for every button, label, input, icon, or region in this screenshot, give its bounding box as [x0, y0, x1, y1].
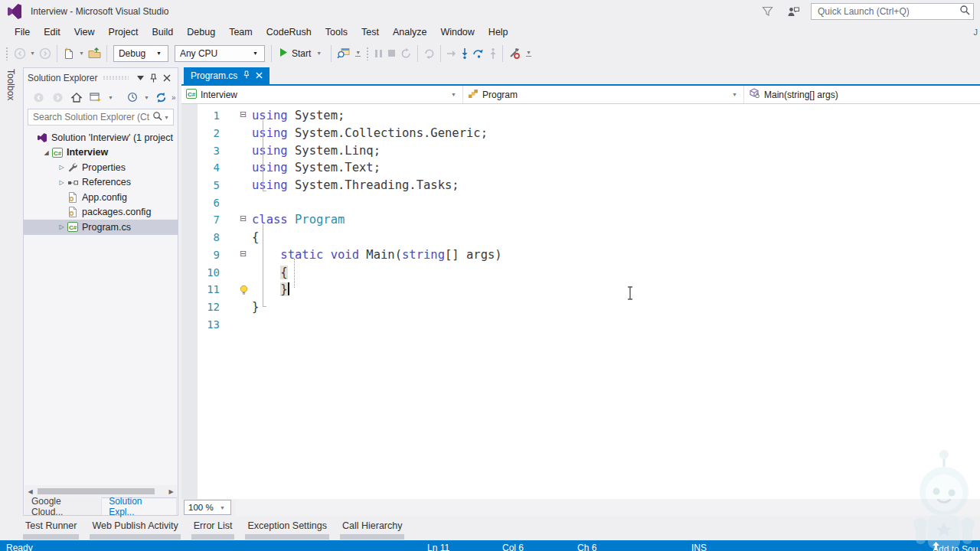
sync-icon[interactable] — [152, 88, 170, 106]
menu-item-tools[interactable]: Tools — [318, 24, 354, 41]
panel-tab-exception-settings[interactable]: Exception Settings — [245, 520, 329, 540]
horizontal-scrollbar[interactable] — [236, 499, 980, 516]
menu-item-window[interactable]: Window — [433, 24, 481, 41]
code-line-3[interactable]: 3using System.Linq; — [181, 142, 980, 159]
menu-item-project[interactable]: Project — [102, 24, 145, 41]
panel-tab-error-list[interactable]: Error List — [191, 520, 235, 540]
solution-explorer-search-input[interactable] — [33, 112, 152, 122]
toolbar-options-icon[interactable]: ▼ — [354, 50, 362, 57]
expander-icon[interactable]: ▷ — [56, 179, 67, 186]
configuration-dropdown[interactable]: Debug ▼ — [113, 45, 168, 62]
menu-item-build[interactable]: Build — [145, 24, 180, 41]
search-icon[interactable] — [152, 110, 162, 124]
tree-item-packages-config[interactable]: packages.config — [24, 205, 178, 220]
chevron-down-icon[interactable]: ▼ — [108, 95, 113, 100]
panel-tab-web-publish-activity[interactable]: Web Publish Activity — [90, 520, 180, 540]
nav-member-dropdown[interactable]: Main(string[] args) — [744, 86, 980, 103]
status-character[interactable]: Ch 6 — [577, 542, 596, 551]
tree-item-references[interactable]: ▷References — [24, 175, 178, 191]
menu-item-help[interactable]: Help — [482, 24, 515, 41]
tree-item-program-cs[interactable]: ▷C#Program.cs — [24, 220, 178, 235]
toolbar-options-icon[interactable]: ▼ — [524, 50, 533, 57]
code-line-11[interactable]: 11 } — [181, 281, 980, 298]
fold-toggle-icon[interactable]: ⊟ — [220, 211, 252, 229]
chevron-down-icon[interactable]: ▼ — [144, 95, 149, 100]
code-line-1[interactable]: 1⊟using System; — [181, 107, 980, 125]
fold-toggle-icon[interactable]: ⊟ — [220, 107, 252, 125]
nav-back-dropdown-icon[interactable]: ▼ — [30, 51, 35, 56]
add-to-source-control-button[interactable]: Add to Sou — [933, 542, 939, 549]
nav-project-dropdown[interactable]: C# Interview ▼ — [181, 86, 463, 103]
scroll-right-icon[interactable]: ▶ — [165, 488, 177, 495]
find-icon[interactable] — [335, 44, 352, 63]
toolbox-tab[interactable]: Toolbox — [2, 67, 20, 113]
quick-launch-box[interactable] — [811, 3, 974, 20]
menu-item-test[interactable]: Test — [354, 24, 386, 41]
expander-icon[interactable]: ▷ — [56, 223, 67, 230]
expander-icon[interactable]: ◢ — [41, 149, 52, 156]
tool-options-icon[interactable] — [506, 44, 523, 63]
nav-type-dropdown[interactable]: Program ▼ — [463, 86, 744, 103]
new-project-dropdown-icon[interactable]: ▼ — [79, 51, 84, 56]
panel-tab-call-hierarchy[interactable]: Call Hierarchy — [340, 520, 405, 540]
code-line-12[interactable]: 12} — [181, 298, 980, 316]
menu-item-edit[interactable]: Edit — [37, 24, 67, 41]
scrollbar-thumb[interactable] — [38, 488, 155, 494]
step-into-icon[interactable] — [459, 44, 471, 63]
code-line-7[interactable]: 7⊟class Program — [181, 211, 980, 229]
window-position-dropdown-icon[interactable] — [134, 76, 147, 80]
code-line-13[interactable]: 13 — [181, 315, 980, 333]
stop-icon[interactable] — [385, 44, 398, 63]
platform-dropdown[interactable]: Any CPU ▼ — [175, 45, 265, 62]
tree-item-app-config[interactable]: App.config — [24, 190, 178, 205]
panel-grip[interactable] — [103, 76, 129, 80]
nav-back-icon[interactable] — [11, 44, 28, 63]
search-icon[interactable] — [959, 5, 970, 18]
menu-item-coderush[interactable]: CodeRush — [260, 24, 318, 41]
lightbulb-icon[interactable] — [239, 284, 249, 298]
quick-launch-input[interactable] — [818, 6, 959, 17]
pin-icon[interactable] — [147, 73, 160, 83]
code-line-5[interactable]: 5using System.Threading.Tasks; — [181, 177, 980, 194]
home-icon[interactable] — [68, 88, 85, 106]
step-over-icon[interactable] — [471, 44, 487, 63]
new-project-icon[interactable] — [60, 44, 77, 63]
scroll-left-icon[interactable]: ◀ — [24, 488, 36, 495]
toolbar-overflow-icon[interactable]: » — [172, 93, 176, 102]
code-line-8[interactable]: 8{ — [181, 229, 980, 246]
solution-explorer-search-box[interactable]: ▼ — [28, 109, 174, 126]
start-debug-button[interactable]: Start ▼ — [275, 44, 328, 63]
code-line-9[interactable]: 9⊟ static void Main(string[] args) — [181, 246, 980, 264]
status-column[interactable]: Col 6 — [502, 542, 524, 551]
status-insert-mode[interactable]: INS — [691, 542, 707, 551]
panel-tab-test-runner[interactable]: Test Runner — [23, 520, 79, 540]
menu-item-file[interactable]: File — [8, 24, 37, 41]
show-next-statement-icon[interactable] — [444, 44, 459, 63]
menu-item-analyze[interactable]: Analyze — [386, 24, 433, 41]
code-line-2[interactable]: 2using System.Collections.Generic; — [181, 125, 980, 142]
tree-item-solution-interview-1-project[interactable]: Solution 'Interview' (1 project — [24, 130, 178, 145]
nav-forward-icon[interactable] — [37, 44, 54, 63]
code-line-4[interactable]: 4using System.Text; — [181, 159, 980, 177]
document-tab-programcs[interactable]: Program.cs — [184, 67, 270, 84]
filter-icon[interactable] — [760, 2, 776, 21]
fold-toggle-icon[interactable]: ⊟ — [220, 246, 252, 264]
feedback-icon[interactable] — [785, 2, 802, 21]
se-back-icon[interactable] — [30, 88, 47, 106]
redo-icon[interactable] — [421, 44, 437, 63]
step-out-icon[interactable] — [487, 44, 499, 63]
menu-item-team[interactable]: Team — [222, 24, 260, 41]
pending-changes-icon[interactable] — [124, 88, 141, 106]
menu-item-view[interactable]: View — [67, 24, 102, 41]
close-icon[interactable] — [256, 70, 263, 81]
editor-zoom-dropdown[interactable]: 100 % ▼ — [184, 500, 231, 515]
code-line-6[interactable]: 6 — [181, 194, 980, 211]
toolbar-grip[interactable] — [366, 47, 370, 60]
tool-window-tab-google-cloud[interactable]: Google Cloud... — [24, 497, 102, 515]
show-all-files-icon[interactable] — [87, 88, 105, 106]
code-line-10[interactable]: 10 { — [181, 263, 980, 281]
pause-icon[interactable] — [372, 44, 385, 63]
toolbar-grip[interactable] — [5, 47, 9, 60]
solution-explorer-header[interactable]: Solution Explorer — [24, 68, 178, 87]
tree-item-properties[interactable]: ▷Properties — [24, 160, 178, 175]
